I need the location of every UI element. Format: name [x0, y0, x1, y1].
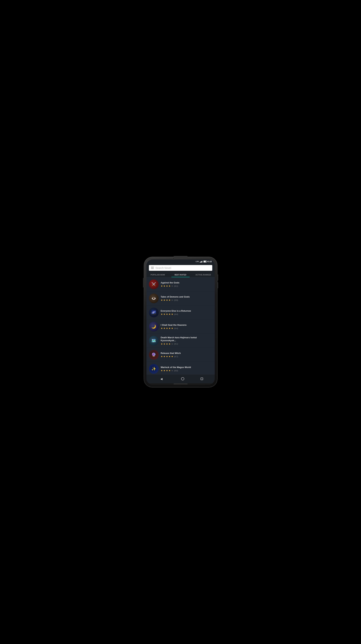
cover-icon: 👁️ — [151, 296, 156, 301]
novel-cover: 👁️ — [149, 294, 159, 303]
novel-rating: ★ ★ ★ ★ ★ (4.1) — [161, 285, 212, 287]
novel-title: Against the Gods — [161, 281, 212, 284]
novel-info: Death March kara Hajimaru Isekai Kyusouk… — [161, 336, 212, 345]
tab-active-ranked[interactable]: ACTIVE-RANKED — [192, 272, 215, 277]
novel-title: Release that Witch — [161, 352, 212, 355]
novel-item[interactable]: 🌙 I Shall Seal the Heavens ★ ★ ★ ★ ★ (4.… — [146, 320, 215, 334]
novel-info: Release that Witch ★ ★ ★ ★ ★ (4.7) — [161, 352, 212, 358]
rating-value: (4.1) — [174, 285, 178, 287]
volume-up-button[interactable] — [217, 274, 218, 280]
cover-icon: 🔮 — [151, 352, 156, 357]
novel-info: Tales of Demons and Gods ★ ★ ★ ★ ★ (3.9) — [161, 296, 212, 302]
battery-indicator — [203, 260, 207, 262]
home-button[interactable] — [181, 377, 184, 380]
cover-icon: ✨ — [151, 367, 156, 371]
cover-icon: 🗺️ — [151, 338, 156, 343]
power-button[interactable] — [143, 278, 144, 288]
novel-cover: 🗺️ — [149, 336, 159, 346]
novel-info: Everyone Else is a Returnee ★ ★ ★ ★ ★ (4… — [161, 310, 212, 316]
lte-indicator: LTE — [196, 261, 199, 262]
phone-frame: LTE 3:22 Search Novel — [144, 257, 217, 387]
novel-cover: ⚔️ — [149, 280, 159, 289]
novel-rating: ★ ★ ★ ★ ★ (4.0) — [161, 370, 212, 372]
novel-rating: ★ ★ ★ ★ ★ (4.4) — [161, 327, 212, 330]
bottom-nav: ◀ — [146, 374, 215, 383]
novel-list: ⚔️ Against the Gods ★ ★ ★ ★ ★ (4.1) — [146, 277, 215, 374]
novel-title: Warlock of the Magus World — [161, 366, 212, 369]
novel-item[interactable]: ⚔️ Against the Gods ★ ★ ★ ★ ★ (4.1) — [146, 277, 215, 291]
novel-info: I Shall Seal the Heavens ★ ★ ★ ★ ★ (4.4) — [161, 324, 212, 330]
novel-item[interactable]: 🌌 Everyone Else is a Returnee ★ ★ ★ ★ ★ … — [146, 306, 215, 320]
novel-title: Death March kara Hajimaru Isekai Kyusouk… — [161, 336, 212, 342]
rating-value: (4.1) — [174, 343, 178, 345]
novel-item[interactable]: 👁️ Tales of Demons and Gods ★ ★ ★ ★ ★ (3… — [146, 292, 215, 306]
novel-rating: ★ ★ ★ ★ ★ (4.4) — [161, 313, 212, 315]
novel-title: I Shall Seal the Heavens — [161, 324, 212, 326]
tab-best-rated[interactable]: BEST-RATED — [169, 272, 192, 277]
novel-rating: ★ ★ ★ ★ ★ (4.7) — [161, 355, 212, 358]
camera — [173, 258, 175, 260]
bottom-bar — [146, 383, 215, 385]
novel-title: Tales of Demons and Gods — [161, 296, 212, 298]
cover-icon: ⚔️ — [151, 282, 156, 286]
phone-screen: LTE 3:22 Search Novel — [146, 260, 215, 385]
rating-value: (3.9) — [174, 299, 178, 301]
novel-cover: 🌙 — [149, 322, 159, 332]
rating-value: (4.7) — [174, 356, 178, 358]
search-placeholder[interactable]: Search Novel — [156, 266, 210, 269]
novel-cover: 🔮 — [149, 350, 159, 360]
novel-item[interactable]: 🗺️ Death March kara Hajimaru Isekai Kyus… — [146, 334, 215, 348]
novel-rating: ★ ★ ★ ★ ★ (4.1) — [161, 343, 212, 345]
status-bar: LTE 3:22 — [146, 260, 215, 263]
novel-rating: ★ ★ ★ ★ ★ (3.9) — [161, 299, 212, 301]
rating-value: (4.0) — [174, 370, 178, 372]
tab-popular-now[interactable]: POPULAR-NOW — [146, 272, 169, 277]
cover-icon: 🌙 — [151, 324, 156, 329]
volume-down-button[interactable] — [217, 282, 218, 288]
novel-info: Against the Gods ★ ★ ★ ★ ★ (4.1) — [161, 281, 212, 287]
novel-item[interactable]: 🔮 Release that Witch ★ ★ ★ ★ ★ (4.7) — [146, 348, 215, 362]
novel-cover: 🌌 — [149, 308, 159, 318]
novel-item[interactable]: ✨ Warlock of the Magus World ★ ★ ★ ★ ★ (… — [146, 362, 215, 374]
search-bar[interactable]: Search Novel — [149, 265, 212, 271]
rating-value: (4.4) — [174, 313, 178, 315]
novel-info: Warlock of the Magus World ★ ★ ★ ★ ★ (4.… — [161, 366, 212, 372]
menu-icon[interactable] — [151, 267, 154, 269]
tab-bar: POPULAR-NOW BEST-RATED ACTIVE-RANKED — [146, 272, 215, 277]
rating-value: (4.4) — [174, 327, 178, 330]
cover-icon: 🌌 — [151, 310, 156, 315]
search-bar-container: Search Novel — [146, 263, 215, 272]
recents-button[interactable] — [201, 378, 203, 380]
novel-title: Everyone Else is a Returnee — [161, 310, 212, 312]
back-button[interactable]: ◀ — [158, 376, 165, 381]
signal-indicator — [200, 260, 202, 262]
status-time: 3:22 — [208, 260, 212, 262]
speaker — [174, 256, 188, 257]
novel-cover: ✨ — [149, 364, 159, 374]
